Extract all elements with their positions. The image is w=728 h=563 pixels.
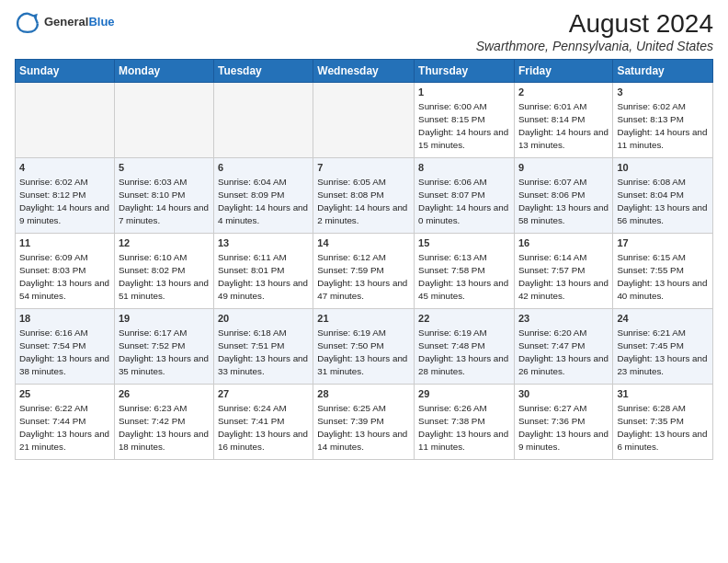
day-info: Sunrise: 6:16 AM Sunset: 7:54 PM Dayligh… [19,327,110,377]
day-info: Sunrise: 6:26 AM Sunset: 7:38 PM Dayligh… [418,402,510,453]
calendar-cell: 31Sunrise: 6:28 AM Sunset: 7:35 PM Dayli… [613,385,713,460]
day-info: Sunrise: 6:06 AM Sunset: 8:07 PM Dayligh… [418,176,510,226]
day-number: 26 [119,387,210,401]
calendar-week-2: 4Sunrise: 6:02 AM Sunset: 8:12 PM Daylig… [16,158,713,234]
calendar-cell: 13Sunrise: 6:11 AM Sunset: 8:01 PM Dayli… [213,234,313,309]
calendar-cell: 25Sunrise: 6:22 AM Sunset: 7:44 PM Dayli… [16,385,115,460]
page: GeneralBlue August 2024 Swarthmore, Penn… [0,0,728,465]
calendar-week-1: 1Sunrise: 6:00 AM Sunset: 8:15 PM Daylig… [16,83,713,158]
calendar-cell [16,83,115,158]
day-number: 23 [518,312,609,326]
calendar-cell [114,83,213,158]
logo-icon [15,9,40,35]
day-info: Sunrise: 6:15 AM Sunset: 7:55 PM Dayligh… [617,251,709,302]
calendar-cell [313,83,415,158]
day-number: 28 [317,387,410,401]
header: GeneralBlue August 2024 Swarthmore, Penn… [15,9,713,53]
calendar-cell: 30Sunrise: 6:27 AM Sunset: 7:36 PM Dayli… [514,385,612,460]
day-info: Sunrise: 6:02 AM Sunset: 8:12 PM Dayligh… [19,176,110,226]
day-info: Sunrise: 6:13 AM Sunset: 7:58 PM Dayligh… [418,251,510,302]
day-number: 11 [19,236,110,250]
day-info: Sunrise: 6:08 AM Sunset: 8:04 PM Dayligh… [617,176,709,226]
calendar-cell: 3Sunrise: 6:02 AM Sunset: 8:13 PM Daylig… [613,83,713,158]
day-number: 12 [119,236,210,250]
calendar-cell: 11Sunrise: 6:09 AM Sunset: 8:03 PM Dayli… [16,234,115,309]
col-tuesday: Tuesday [213,60,313,83]
calendar-cell: 23Sunrise: 6:20 AM Sunset: 7:47 PM Dayli… [514,309,612,385]
logo-blue: Blue [88,15,114,29]
calendar-cell: 1Sunrise: 6:00 AM Sunset: 8:15 PM Daylig… [415,83,515,158]
day-info: Sunrise: 6:03 AM Sunset: 8:10 PM Dayligh… [119,176,210,226]
calendar-cell: 9Sunrise: 6:07 AM Sunset: 8:06 PM Daylig… [514,158,612,234]
day-number: 9 [518,161,609,175]
calendar-cell: 5Sunrise: 6:03 AM Sunset: 8:10 PM Daylig… [114,158,213,234]
calendar-cell: 21Sunrise: 6:19 AM Sunset: 7:50 PM Dayli… [313,309,415,385]
col-monday: Monday [114,60,213,83]
calendar-week-5: 25Sunrise: 6:22 AM Sunset: 7:44 PM Dayli… [16,385,713,460]
day-number: 19 [119,312,210,326]
day-number: 17 [617,236,709,250]
logo: GeneralBlue [15,9,115,35]
day-number: 29 [418,387,510,401]
col-sunday: Sunday [16,60,115,83]
calendar-cell: 7Sunrise: 6:05 AM Sunset: 8:08 PM Daylig… [313,158,415,234]
day-info: Sunrise: 6:25 AM Sunset: 7:39 PM Dayligh… [317,402,410,453]
calendar-cell: 19Sunrise: 6:17 AM Sunset: 7:52 PM Dayli… [114,309,213,385]
day-info: Sunrise: 6:14 AM Sunset: 7:57 PM Dayligh… [518,251,609,302]
day-info: Sunrise: 6:17 AM Sunset: 7:52 PM Dayligh… [119,327,210,377]
day-number: 30 [518,387,609,401]
logo-general: General [44,15,88,29]
day-number: 2 [518,86,609,99]
day-number: 1 [418,86,510,99]
day-info: Sunrise: 6:11 AM Sunset: 8:01 PM Dayligh… [218,251,309,302]
day-number: 24 [617,312,709,326]
calendar-cell: 28Sunrise: 6:25 AM Sunset: 7:39 PM Dayli… [313,385,415,460]
day-info: Sunrise: 6:12 AM Sunset: 7:59 PM Dayligh… [317,251,410,302]
calendar-cell: 22Sunrise: 6:19 AM Sunset: 7:48 PM Dayli… [415,309,515,385]
calendar-cell: 6Sunrise: 6:04 AM Sunset: 8:09 PM Daylig… [213,158,313,234]
month-year: August 2024 [476,9,713,39]
day-info: Sunrise: 6:04 AM Sunset: 8:09 PM Dayligh… [218,176,309,226]
day-number: 31 [617,387,709,401]
day-number: 4 [19,161,110,175]
col-saturday: Saturday [613,60,713,83]
col-friday: Friday [514,60,612,83]
calendar-cell: 17Sunrise: 6:15 AM Sunset: 7:55 PM Dayli… [613,234,713,309]
location: Swarthmore, Pennsylvania, United States [476,39,713,53]
day-number: 16 [518,236,609,250]
day-number: 8 [418,161,510,175]
day-number: 10 [617,161,709,175]
calendar-cell: 2Sunrise: 6:01 AM Sunset: 8:14 PM Daylig… [514,83,612,158]
calendar-cell: 18Sunrise: 6:16 AM Sunset: 7:54 PM Dayli… [16,309,115,385]
calendar-header-row: Sunday Monday Tuesday Wednesday Thursday… [16,60,713,83]
day-info: Sunrise: 6:05 AM Sunset: 8:08 PM Dayligh… [317,176,410,226]
calendar-cell: 24Sunrise: 6:21 AM Sunset: 7:45 PM Dayli… [613,309,713,385]
calendar-cell: 27Sunrise: 6:24 AM Sunset: 7:41 PM Dayli… [213,385,313,460]
col-thursday: Thursday [415,60,515,83]
calendar-cell: 8Sunrise: 6:06 AM Sunset: 8:07 PM Daylig… [415,158,515,234]
calendar-cell: 29Sunrise: 6:26 AM Sunset: 7:38 PM Dayli… [415,385,515,460]
calendar-week-3: 11Sunrise: 6:09 AM Sunset: 8:03 PM Dayli… [16,234,713,309]
day-number: 3 [617,86,709,99]
calendar-cell: 16Sunrise: 6:14 AM Sunset: 7:57 PM Dayli… [514,234,612,309]
day-info: Sunrise: 6:19 AM Sunset: 7:48 PM Dayligh… [418,327,510,377]
day-info: Sunrise: 6:20 AM Sunset: 7:47 PM Dayligh… [518,327,609,377]
calendar-cell: 15Sunrise: 6:13 AM Sunset: 7:58 PM Dayli… [415,234,515,309]
calendar-cell: 26Sunrise: 6:23 AM Sunset: 7:42 PM Dayli… [114,385,213,460]
calendar-cell: 4Sunrise: 6:02 AM Sunset: 8:12 PM Daylig… [16,158,115,234]
day-info: Sunrise: 6:01 AM Sunset: 8:14 PM Dayligh… [518,100,609,151]
day-info: Sunrise: 6:19 AM Sunset: 7:50 PM Dayligh… [317,327,410,377]
day-number: 21 [317,312,410,326]
day-info: Sunrise: 6:10 AM Sunset: 8:02 PM Dayligh… [119,251,210,302]
day-number: 18 [19,312,110,326]
day-number: 20 [218,312,309,326]
calendar-cell: 20Sunrise: 6:18 AM Sunset: 7:51 PM Dayli… [213,309,313,385]
day-info: Sunrise: 6:22 AM Sunset: 7:44 PM Dayligh… [19,402,110,453]
day-number: 5 [119,161,210,175]
day-number: 13 [218,236,309,250]
day-number: 27 [218,387,309,401]
day-info: Sunrise: 6:00 AM Sunset: 8:15 PM Dayligh… [418,100,510,151]
day-number: 22 [418,312,510,326]
day-number: 7 [317,161,410,175]
calendar: Sunday Monday Tuesday Wednesday Thursday… [15,59,713,460]
